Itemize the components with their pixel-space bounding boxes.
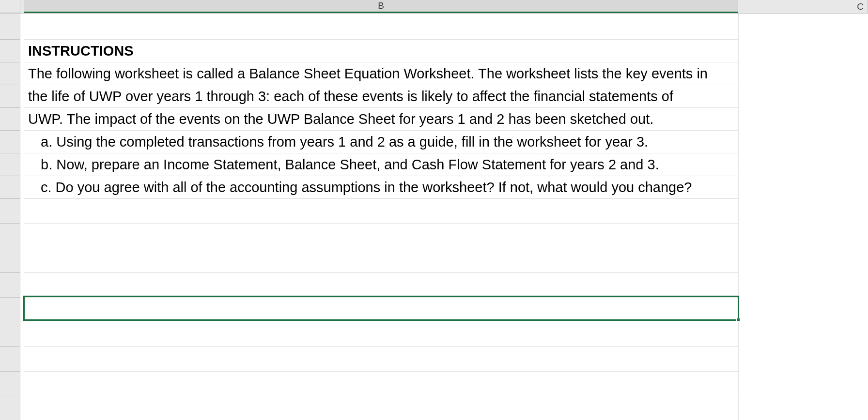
cell-b6-item-a[interactable]: a. Using the completed transactions from…: [24, 131, 738, 153]
cell-b5[interactable]: UWP. The impact of the events on the UWP…: [24, 108, 738, 131]
cell-b14[interactable]: [24, 322, 738, 347]
cell-b15[interactable]: [24, 347, 738, 372]
cell-b16[interactable]: [24, 372, 738, 396]
cell-b4[interactable]: the life of UWP over years 1 through 3: …: [24, 85, 738, 108]
row-header-4[interactable]: [0, 85, 20, 108]
row-header-2[interactable]: [0, 40, 20, 62]
row-header-5[interactable]: [0, 108, 20, 131]
row-header-15[interactable]: [0, 347, 20, 372]
cell-b13[interactable]: [24, 298, 738, 322]
row-header-1[interactable]: [0, 14, 20, 40]
cell-b11[interactable]: [24, 248, 738, 273]
spreadsheet-grid: B C I: [0, 0, 868, 420]
cell-b3[interactable]: The following worksheet is called a Bala…: [24, 62, 738, 85]
cell-b10[interactable]: [24, 224, 738, 248]
column-a-strip: [20, 14, 24, 420]
row-header-10[interactable]: [0, 224, 20, 248]
select-all-corner[interactable]: [0, 0, 20, 13]
cell-b8-item-c[interactable]: c. Do you agree with all of the accounti…: [24, 176, 738, 199]
cell-b7-item-b[interactable]: b. Now, prepare an Income Statement, Bal…: [24, 153, 738, 176]
cell-b2-instructions-title[interactable]: INSTRUCTIONS: [24, 40, 738, 62]
column-header-row: B C: [0, 0, 868, 14]
cells-area[interactable]: INSTRUCTIONS The following worksheet is …: [20, 14, 868, 420]
row-header-11[interactable]: [0, 248, 20, 273]
row-header-7[interactable]: [0, 153, 20, 176]
cell-b1[interactable]: [24, 14, 738, 40]
row-header-12[interactable]: [0, 273, 20, 298]
grid-body: INSTRUCTIONS The following worksheet is …: [0, 14, 868, 420]
column-header-a[interactable]: [20, 0, 24, 13]
column-divider-bc: [738, 14, 739, 420]
row-header-14[interactable]: [0, 322, 20, 347]
cell-b9[interactable]: [24, 199, 738, 224]
column-b-cells: INSTRUCTIONS The following worksheet is …: [24, 14, 738, 420]
row-header-16[interactable]: [0, 372, 20, 396]
row-header-8[interactable]: [0, 176, 20, 199]
row-header-column: [0, 14, 20, 420]
row-header-13[interactable]: [0, 298, 20, 322]
row-header-6[interactable]: [0, 131, 20, 153]
column-header-b[interactable]: B: [24, 0, 738, 13]
cell-b12[interactable]: [24, 273, 738, 298]
row-header-9[interactable]: [0, 199, 20, 224]
column-header-c[interactable]: C: [738, 0, 868, 13]
row-header-3[interactable]: [0, 62, 20, 85]
